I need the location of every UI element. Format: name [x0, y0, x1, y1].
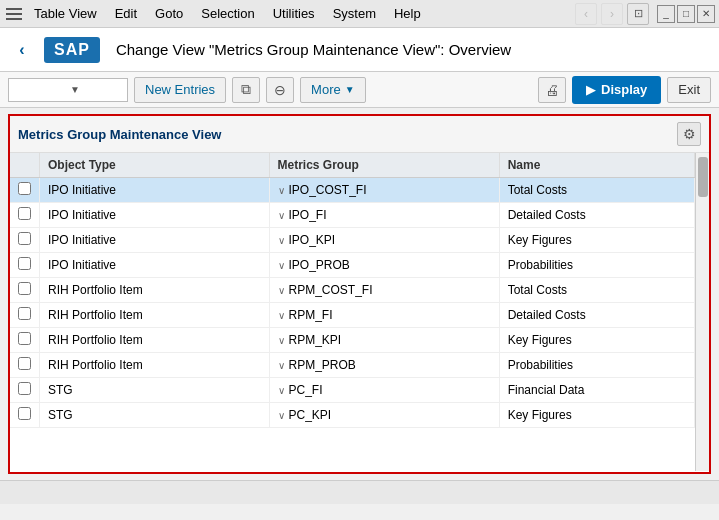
chevron-icon: ∨	[278, 260, 285, 271]
row-checkbox[interactable]	[10, 328, 40, 353]
row-checkbox[interactable]	[10, 228, 40, 253]
cell-name: Total Costs	[499, 178, 694, 203]
menu-edit[interactable]: Edit	[107, 4, 145, 23]
col-header-object-type: Object Type	[40, 153, 270, 178]
cell-name: Detailed Costs	[499, 303, 694, 328]
cell-metrics-group: ∨IPO_KPI	[269, 228, 499, 253]
col-header-metrics-group: Metrics Group	[269, 153, 499, 178]
table-row[interactable]: RIH Portfolio Item∨RPM_COST_FITotal Cost…	[10, 278, 695, 303]
menu-bar: Table View Edit Goto Selection Utilities…	[0, 0, 719, 28]
sap-logo: SAP	[44, 37, 100, 63]
row-checkbox[interactable]	[10, 403, 40, 428]
cell-object-type: RIH Portfolio Item	[40, 303, 270, 328]
menu-utilities[interactable]: Utilities	[265, 4, 323, 23]
display-icon: ▶	[586, 83, 595, 97]
nav-arrows: ‹ › ⊡ _ □ ✕	[575, 3, 715, 25]
chevron-icon: ∨	[278, 185, 285, 196]
cell-metrics-group: ∨IPO_FI	[269, 203, 499, 228]
row-checkbox[interactable]	[10, 178, 40, 203]
row-checkbox[interactable]	[10, 253, 40, 278]
cell-object-type: IPO Initiative	[40, 253, 270, 278]
cell-metrics-group: ∨RPM_FI	[269, 303, 499, 328]
more-button[interactable]: More ▼	[300, 77, 366, 103]
cell-name: Total Costs	[499, 278, 694, 303]
cell-object-type: IPO Initiative	[40, 178, 270, 203]
table-header-section: Metrics Group Maintenance View ⚙	[10, 116, 709, 153]
copy-button[interactable]: ⧉	[232, 77, 260, 103]
cell-metrics-group: ∨RPM_KPI	[269, 328, 499, 353]
cell-name: Key Figures	[499, 403, 694, 428]
cell-name: Probabilities	[499, 253, 694, 278]
table-row[interactable]: IPO Initiative∨IPO_COST_FITotal Costs	[10, 178, 695, 203]
scrollbar-track[interactable]	[695, 153, 709, 471]
col-header-checkbox	[10, 153, 40, 178]
table-row[interactable]: RIH Portfolio Item∨RPM_FIDetailed Costs	[10, 303, 695, 328]
exit-button[interactable]: Exit	[667, 77, 711, 103]
table-row[interactable]: RIH Portfolio Item∨RPM_KPIKey Figures	[10, 328, 695, 353]
new-entries-button[interactable]: New Entries	[134, 77, 226, 103]
chevron-icon: ∨	[278, 385, 285, 396]
delete-icon: ⊖	[274, 82, 286, 98]
cell-metrics-group: ∨RPM_PROB	[269, 353, 499, 378]
table-row[interactable]: IPO Initiative∨IPO_FIDetailed Costs	[10, 203, 695, 228]
chevron-icon: ∨	[278, 335, 285, 346]
copy-icon: ⧉	[241, 81, 251, 98]
toolbar: ▼ New Entries ⧉ ⊖ More ▼ 🖨 ▶ Display Exi…	[0, 72, 719, 108]
more-label: More	[311, 82, 341, 97]
cell-object-type: IPO Initiative	[40, 203, 270, 228]
table-row[interactable]: STG∨PC_KPIKey Figures	[10, 403, 695, 428]
cell-metrics-group: ∨PC_KPI	[269, 403, 499, 428]
main-content: Metrics Group Maintenance View ⚙ Object …	[8, 114, 711, 474]
minimize-button[interactable]: _	[657, 5, 675, 23]
table-row[interactable]: IPO Initiative∨IPO_PROBProbabilities	[10, 253, 695, 278]
menu-table-view[interactable]: Table View	[26, 4, 105, 23]
cell-metrics-group: ∨IPO_COST_FI	[269, 178, 499, 203]
display-button[interactable]: ▶ Display	[572, 76, 661, 104]
table-row[interactable]: STG∨PC_FIFinancial Data	[10, 378, 695, 403]
restore-button[interactable]: □	[677, 5, 695, 23]
nav-back-arrow[interactable]: ‹	[575, 3, 597, 25]
row-checkbox[interactable]	[10, 303, 40, 328]
table-row[interactable]: RIH Portfolio Item∨RPM_PROBProbabilities	[10, 353, 695, 378]
menu-goto[interactable]: Goto	[147, 4, 191, 23]
row-checkbox[interactable]	[10, 378, 40, 403]
settings-icon[interactable]: ⚙	[677, 122, 701, 146]
chevron-icon: ∨	[278, 410, 285, 421]
row-checkbox[interactable]	[10, 353, 40, 378]
window-controls: _ □ ✕	[657, 5, 715, 23]
cell-object-type: RIH Portfolio Item	[40, 328, 270, 353]
menu-help[interactable]: Help	[386, 4, 429, 23]
page-title: Change View "Metrics Group Maintenance V…	[116, 41, 511, 58]
new-entries-label: New Entries	[145, 82, 215, 97]
close-button[interactable]: ✕	[697, 5, 715, 23]
nav-forward-arrow[interactable]: ›	[601, 3, 623, 25]
chevron-icon: ∨	[278, 285, 285, 296]
toolbar-dropdown[interactable]: ▼	[8, 78, 128, 102]
cell-name: Detailed Costs	[499, 203, 694, 228]
menu-system[interactable]: System	[325, 4, 384, 23]
title-bar: ‹ SAP Change View "Metrics Group Mainten…	[0, 28, 719, 72]
menu-selection[interactable]: Selection	[193, 4, 262, 23]
hamburger-menu[interactable]	[4, 4, 24, 24]
display-label: Display	[601, 82, 647, 97]
cell-name: Key Figures	[499, 228, 694, 253]
print-button[interactable]: 🖨	[538, 77, 566, 103]
cell-name: Probabilities	[499, 353, 694, 378]
table-header-row: Object Type Metrics Group Name	[10, 153, 695, 178]
exit-label: Exit	[678, 82, 700, 97]
row-checkbox[interactable]	[10, 203, 40, 228]
scrollbar-thumb[interactable]	[698, 157, 708, 197]
cell-metrics-group: ∨IPO_PROB	[269, 253, 499, 278]
table-row[interactable]: IPO Initiative∨IPO_KPIKey Figures	[10, 228, 695, 253]
more-chevron-icon: ▼	[345, 84, 355, 95]
cell-object-type: IPO Initiative	[40, 228, 270, 253]
cell-metrics-group: ∨RPM_COST_FI	[269, 278, 499, 303]
cell-object-type: RIH Portfolio Item	[40, 353, 270, 378]
delete-button[interactable]: ⊖	[266, 77, 294, 103]
row-checkbox[interactable]	[10, 278, 40, 303]
cell-name: Financial Data	[499, 378, 694, 403]
status-bar	[0, 480, 719, 504]
nav-page-icon[interactable]: ⊡	[627, 3, 649, 25]
back-button[interactable]: ‹	[8, 36, 36, 64]
print-icon: 🖨	[545, 82, 559, 98]
